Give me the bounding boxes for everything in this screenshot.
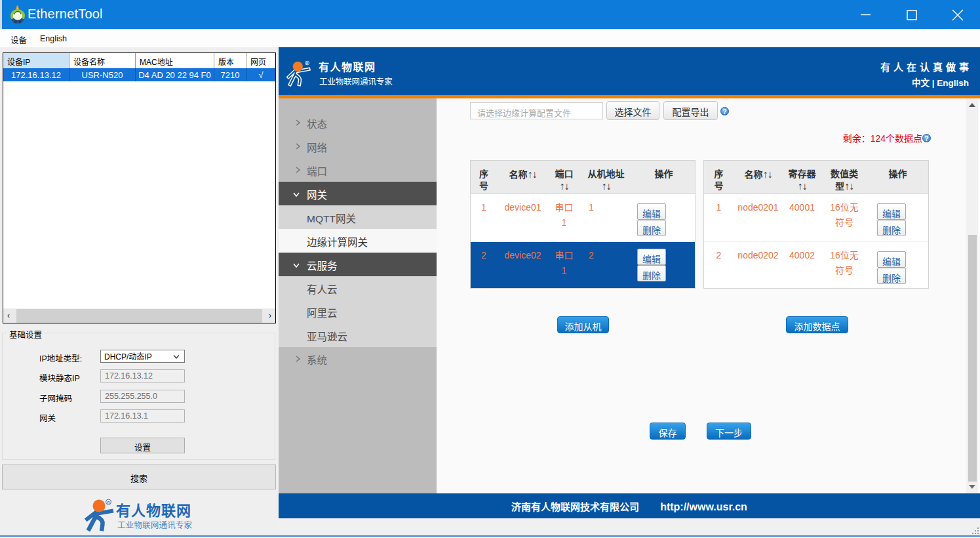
svg-text:R: R xyxy=(108,500,110,505)
svg-text:R: R xyxy=(306,61,308,65)
